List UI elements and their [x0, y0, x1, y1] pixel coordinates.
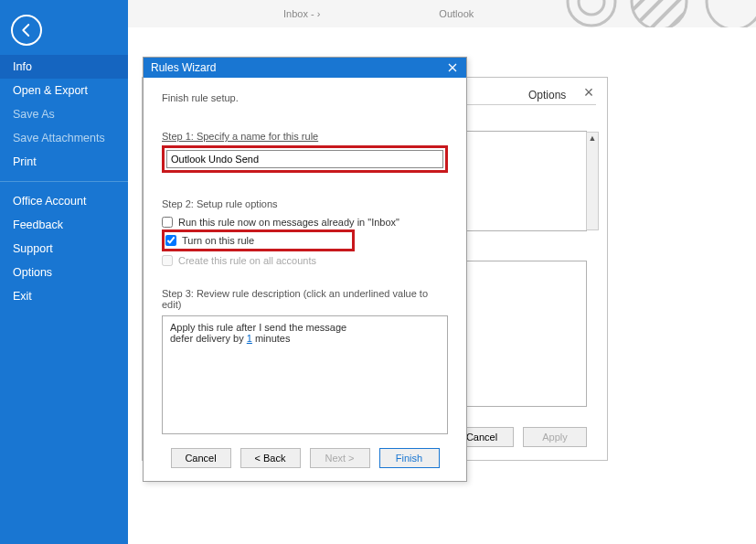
wizard-next-button: Next >	[310, 448, 370, 468]
wizard-back-button[interactable]: < Back	[240, 448, 301, 468]
checkbox-all-accounts-input	[162, 255, 173, 266]
turn-on-highlight: Turn on this rule	[162, 229, 355, 251]
ribbon-app-label: Outlook	[439, 8, 474, 19]
wizard-subtitle: Finish rule setup.	[162, 92, 448, 103]
back-button[interactable]	[11, 15, 42, 46]
scrollbar[interactable]: ▲	[586, 132, 599, 230]
checkbox-turn-on-input[interactable]	[165, 235, 176, 246]
rule-description-box: Apply this rule after I send the message…	[162, 315, 448, 434]
checkbox-run-now-label: Run this rule now on messages already in…	[178, 217, 399, 228]
rule-name-input[interactable]	[166, 150, 443, 168]
checkbox-all-accounts-label: Create this rule on all accounts	[178, 255, 316, 266]
checkbox-run-now[interactable]: Run this rule now on messages already in…	[162, 215, 448, 229]
rule-name-highlight	[162, 145, 448, 173]
wizard-title: Rules Wizard	[151, 61, 216, 74]
checkbox-all-accounts: Create this rule on all accounts	[162, 253, 448, 268]
backstage-sidebar: Info Open & Export Save As Save Attachme…	[0, 0, 128, 544]
ribbon-inbox-label: Inbox - ›	[283, 8, 320, 19]
step3-label: Step 3: Review rule description (click a…	[162, 288, 448, 310]
rules-wizard-dialog: Rules Wizard Finish rule setup. Step 1: …	[143, 57, 467, 482]
sidebar-item-save-attachments: Save Attachments	[0, 126, 128, 150]
sidebar-item-feedback[interactable]: Feedback	[0, 213, 128, 237]
sidebar-item-save-as: Save As	[0, 102, 128, 126]
sidebar-item-open-export[interactable]: Open & Export	[0, 79, 128, 102]
options-apply-button: Apply	[523, 427, 587, 447]
rule-desc-line1: Apply this rule after I send the message	[170, 322, 440, 333]
wizard-titlebar[interactable]: Rules Wizard	[144, 58, 466, 78]
sidebar-item-support[interactable]: Support	[0, 237, 128, 261]
svg-point-1	[579, 0, 604, 15]
sidebar-item-exit[interactable]: Exit	[0, 284, 128, 308]
sidebar-item-office-account[interactable]: Office Account	[0, 189, 128, 213]
checkbox-run-now-input[interactable]	[162, 217, 173, 228]
deco-circle-icon	[562, 0, 621, 31]
checkbox-turn-on[interactable]: Turn on this rule	[165, 233, 348, 248]
deco-ring-icon	[705, 0, 756, 31]
sidebar-item-options[interactable]: Options	[0, 261, 128, 284]
close-icon	[448, 63, 457, 72]
checkbox-turn-on-label: Turn on this rule	[182, 235, 254, 246]
wizard-button-row: Cancel < Back Next > Finish	[144, 448, 466, 468]
sidebar-item-info[interactable]: Info	[0, 55, 128, 79]
wizard-cancel-button[interactable]: Cancel	[171, 448, 231, 468]
options-tab-options[interactable]: Options	[528, 89, 566, 105]
deco-stripes-icon	[630, 0, 688, 31]
svg-point-9	[707, 0, 756, 29]
options-close-button[interactable]: ×	[578, 81, 600, 103]
svg-point-0	[568, 0, 615, 26]
sidebar-divider	[0, 181, 128, 182]
step2-label: Step 2: Setup rule options	[162, 198, 448, 209]
top-ribbon: Inbox - › Outlook	[128, 0, 756, 27]
wizard-finish-button[interactable]: Finish	[379, 448, 440, 468]
step1-label: Step 1: Specify a name for this rule	[162, 131, 448, 142]
rule-desc-line2: defer delivery by 1 minutes	[170, 333, 440, 344]
sidebar-item-print[interactable]: Print	[0, 150, 128, 174]
wizard-close-button[interactable]	[439, 58, 466, 78]
back-arrow-icon	[18, 22, 35, 38]
